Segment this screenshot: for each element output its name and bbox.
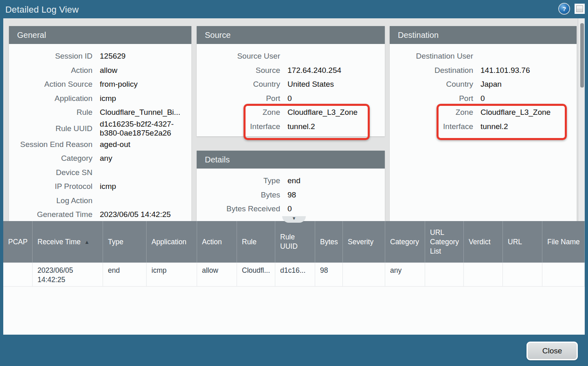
column-header-label: Bytes xyxy=(320,237,338,247)
field-label: Bytes xyxy=(197,191,280,199)
field-row-destination-interface: Interface tunnel.2 xyxy=(390,120,577,134)
log-detail-content: General Session ID 125629 Action allow A… xyxy=(3,18,585,221)
column-header-url-category-list[interactable]: URL Category List xyxy=(425,221,464,263)
field-label: Rule UUID xyxy=(9,124,92,133)
field-value: 98 xyxy=(287,191,382,199)
collapse-table-handle[interactable]: ▼ xyxy=(282,216,306,223)
field-row-type: Type end xyxy=(197,174,385,188)
field-label: Action xyxy=(9,66,92,75)
field-value: 0 xyxy=(480,94,573,103)
field-label: Generated Time xyxy=(9,210,92,219)
column-header-type[interactable]: Type xyxy=(103,221,147,263)
field-row-session-id: Session ID 125629 xyxy=(9,49,191,64)
field-row-destination: Destination 141.101.93.76 xyxy=(390,64,577,78)
column-header-severity[interactable]: Severity xyxy=(343,221,385,263)
field-row-generated-time: Generated Time 2023/06/05 14:42:25 xyxy=(9,208,191,221)
field-row-ip-protocol: IP Protocol icmp xyxy=(9,180,191,194)
cell-rule-uuid: d1c16... xyxy=(275,263,315,286)
field-value: United States xyxy=(287,80,382,89)
general-panel-body: Session ID 125629 Action allow Action So… xyxy=(9,44,191,221)
field-value: 0 xyxy=(287,204,382,213)
vertical-scrollbar-thumb[interactable] xyxy=(580,23,584,88)
field-value: 141.101.93.76 xyxy=(480,66,573,75)
destination-panel-header: Destination xyxy=(390,26,577,44)
field-value: from-policy xyxy=(100,80,188,89)
column-header-receive-time[interactable]: Receive Time ▲ xyxy=(33,221,103,263)
cell-bytes: 98 xyxy=(315,263,343,286)
field-value: d1c16235-b2f2-4327-b380-0ae1875e2a26 xyxy=(100,120,188,138)
column-header-category[interactable]: Category xyxy=(385,221,425,263)
close-button[interactable]: Close xyxy=(527,342,578,360)
details-panel-body: Type end Bytes 98 Bytes Received 0 xyxy=(197,169,385,216)
field-label: Port xyxy=(390,94,473,103)
field-value: tunnel.2 xyxy=(480,122,573,131)
field-row-source-zone: Zone Cloudflare_L3_Zone xyxy=(197,105,385,120)
field-row-rule-uuid: Rule UUID d1c16235-b2f2-4327-b380-0ae187… xyxy=(9,120,191,138)
column-header-pcap[interactable]: PCAP xyxy=(3,221,33,263)
field-label: Zone xyxy=(197,108,280,117)
column-header-label: File Name xyxy=(547,237,580,247)
field-label: Country xyxy=(390,80,473,89)
field-value: Cloudflare_L3_Zone xyxy=(287,108,382,117)
field-row-destination-country: Country Japan xyxy=(390,77,577,92)
field-value: 125629 xyxy=(100,52,188,61)
field-label: Session End Reason xyxy=(9,140,92,149)
cell-receive-time: 2023/06/05 14:42:25 xyxy=(33,263,103,286)
chevron-down-icon: ▼ xyxy=(292,216,296,221)
source-panel-body: Source User Source 172.64.240.254 Countr… xyxy=(197,44,385,134)
column-header-application[interactable]: Application xyxy=(147,221,197,263)
field-label: Device SN xyxy=(9,168,92,177)
source-panel-header: Source xyxy=(197,26,385,44)
column-header-verdict[interactable]: Verdict xyxy=(464,221,503,263)
field-row-destination-user: Destination User xyxy=(390,49,577,64)
field-row-bytes-received: Bytes Received 0 xyxy=(197,202,385,216)
cell-action: allow xyxy=(197,263,237,286)
field-label: Application xyxy=(9,94,92,103)
sort-ascending-icon: ▲ xyxy=(84,237,90,247)
field-value: aged-out xyxy=(100,140,188,149)
general-panel: General Session ID 125629 Action allow A… xyxy=(9,26,191,221)
field-row-category: Category any xyxy=(9,151,191,166)
window-restore-icon-inner xyxy=(576,5,583,12)
field-row-application: Application icmp xyxy=(9,92,191,106)
column-header-label: PCAP xyxy=(8,237,28,247)
field-label: Action Source xyxy=(9,80,92,89)
window-restore-icon[interactable] xyxy=(575,4,585,14)
field-label: Interface xyxy=(390,122,473,131)
column-header-rule-uuid[interactable]: Rule UUID xyxy=(275,221,315,263)
field-value: icmp xyxy=(100,94,188,103)
field-row-source: Source 172.64.240.254 xyxy=(197,64,385,78)
cell-file-name xyxy=(542,263,585,286)
field-label: Rule xyxy=(9,108,92,117)
field-value: Japan xyxy=(480,80,573,89)
field-value: any xyxy=(100,154,188,163)
column-header-url[interactable]: URL xyxy=(503,221,542,263)
field-value: tunnel.2 xyxy=(287,122,382,131)
field-row-source-interface: Interface tunnel.2 xyxy=(197,120,385,134)
table-row[interactable]: 2023/06/05 14:42:25 end icmp allow Cloud… xyxy=(3,263,585,287)
field-label: Source User xyxy=(197,52,280,61)
column-header-label: Rule UUID xyxy=(280,232,312,251)
column-header-rule[interactable]: Rule xyxy=(237,221,275,263)
cell-category: any xyxy=(385,263,425,286)
field-label: Country xyxy=(197,80,280,89)
field-value: Cloudflare_L3_Zone xyxy=(480,108,573,117)
field-row-source-user: Source User xyxy=(197,49,385,64)
log-table-header-row: PCAP Receive Time ▲ Type Application Act… xyxy=(3,221,585,263)
field-label: Category xyxy=(9,154,92,163)
field-label: Bytes Received xyxy=(197,204,280,213)
column-header-bytes[interactable]: Bytes xyxy=(315,221,343,263)
column-header-action[interactable]: Action xyxy=(197,221,237,263)
field-row-log-action: Log Action xyxy=(9,194,191,208)
help-icon[interactable]: ? xyxy=(559,4,569,14)
column-header-file-name[interactable]: File Name xyxy=(542,221,585,263)
cell-rule: Cloudfl... xyxy=(237,263,275,286)
destination-panel-body: Destination User Destination 141.101.93.… xyxy=(390,44,577,134)
cell-severity xyxy=(343,263,385,286)
column-header-label: Category xyxy=(390,237,419,247)
vertical-scrollbar-track[interactable] xyxy=(578,18,585,221)
column-header-label: Verdict xyxy=(469,237,491,247)
cell-type: end xyxy=(103,263,147,286)
column-header-label: URL xyxy=(508,237,522,247)
field-row-source-port: Port 0 xyxy=(197,92,385,106)
